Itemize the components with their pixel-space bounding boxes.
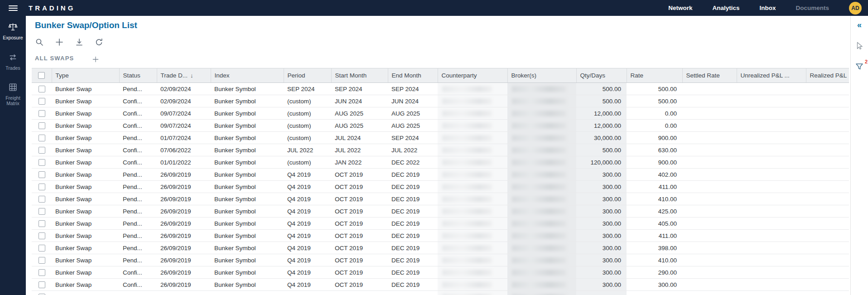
- row-checkbox[interactable]: [39, 196, 45, 203]
- column-header-type[interactable]: Type: [52, 68, 119, 83]
- cell-end_month: DEC 2019: [388, 291, 438, 295]
- download-button[interactable]: [74, 37, 85, 48]
- add-button[interactable]: [54, 37, 65, 48]
- sidebar-item-exposure[interactable]: Exposure: [0, 22, 26, 41]
- nav-inbox[interactable]: Inbox: [759, 5, 776, 11]
- select-all-checkbox[interactable]: [38, 72, 45, 79]
- cell-period: (custom): [284, 107, 331, 120]
- cell-end_month: DEC 2022: [388, 156, 438, 169]
- add-tab-button[interactable]: [92, 56, 99, 63]
- row-checkbox[interactable]: [39, 98, 45, 105]
- row-checkbox[interactable]: [39, 135, 45, 141]
- cell-realized_pl: [806, 242, 849, 254]
- table-row[interactable]: Bunker SwapPend...26/09/2019Bunker Symbo…: [32, 205, 849, 218]
- table-row[interactable]: Bunker SwapPend...26/09/2019Bunker Symbo…: [32, 181, 849, 193]
- nav-network[interactable]: Network: [668, 5, 692, 11]
- column-header-start_month[interactable]: Start Month: [331, 68, 388, 83]
- column-header-status[interactable]: Status: [119, 68, 157, 83]
- row-select-cell: [32, 156, 52, 169]
- refresh-button[interactable]: [94, 37, 105, 48]
- row-checkbox[interactable]: [39, 171, 45, 178]
- row-checkbox[interactable]: [39, 110, 45, 117]
- cell-settled_rate: [682, 193, 737, 205]
- row-checkbox[interactable]: [39, 86, 45, 92]
- cell-index: Bunker Symbol: [211, 107, 284, 120]
- search-icon: [35, 38, 44, 47]
- sidebar-item-freight-matrix[interactable]: Freight Matrix: [0, 82, 26, 106]
- cell-settled_rate: [682, 279, 737, 291]
- column-header-rate[interactable]: Rate: [627, 68, 682, 83]
- column-header-unrealized_pl[interactable]: Unrealized P&L ...: [737, 68, 806, 83]
- table-row[interactable]: Bunker SwapConfi...09/07/2024Bunker Symb…: [32, 107, 849, 120]
- table-row[interactable]: Bunker SwapConfi...09/07/2024Bunker Symb…: [32, 120, 849, 132]
- table-row[interactable]: Bunker SwapPend...26/09/2019Bunker Symbo…: [32, 193, 849, 205]
- table-row[interactable]: Bunker SwapConfi...26/09/2019Bunker Symb…: [32, 266, 849, 279]
- row-checkbox[interactable]: [39, 147, 45, 154]
- sidebar-item-label: Freight Matrix: [0, 96, 26, 106]
- row-checkbox[interactable]: [39, 122, 45, 129]
- cell-qty: 500.00: [576, 95, 627, 107]
- table-row[interactable]: Bunker SwapConfi...02/09/2024Bunker Symb…: [32, 95, 849, 107]
- tab-all-swaps[interactable]: ALL SWAPS: [35, 55, 74, 63]
- table-row[interactable]: Bunker SwapConfi...07/06/2022Bunker Symb…: [32, 144, 849, 156]
- cell-realized_pl: [806, 95, 849, 107]
- cell-rate: 500.00: [627, 95, 682, 107]
- user-avatar[interactable]: AD: [849, 2, 862, 15]
- row-checkbox[interactable]: [39, 269, 45, 276]
- cell-unrealized_pl: [737, 181, 806, 193]
- table-row[interactable]: Bunker SwapConfi...01/01/2022Bunker Symb…: [32, 156, 849, 169]
- table-row[interactable]: Bunker SwapPend...26/09/2019Bunker Symbo…: [32, 254, 849, 266]
- menu-button[interactable]: [0, 4, 26, 12]
- cell-trade_date: 26/09/2019: [157, 279, 211, 291]
- cell-brokers: [507, 156, 576, 169]
- pointer-tool-button[interactable]: [854, 40, 865, 51]
- cell-unrealized_pl: [737, 205, 806, 218]
- column-header-counterparty[interactable]: Counterparty: [438, 68, 507, 83]
- row-checkbox[interactable]: [39, 257, 45, 264]
- search-button[interactable]: [34, 37, 45, 48]
- cell-unrealized_pl: [737, 120, 806, 132]
- swaps-table-container: TypeStatusTrade D...↓IndexPeriodStart Mo…: [32, 68, 850, 295]
- table-row[interactable]: Bunker SwapPend...26/09/2019Bunker Symbo…: [32, 230, 849, 242]
- nav-documents[interactable]: Documents: [796, 5, 829, 11]
- row-checkbox[interactable]: [39, 159, 45, 166]
- cell-trade_date: 26/09/2019: [157, 230, 211, 242]
- collapse-panel-button[interactable]: «: [854, 19, 865, 30]
- column-header-brokers[interactable]: Broker(s): [507, 68, 576, 83]
- column-header-qty[interactable]: Qty/Days: [576, 68, 627, 83]
- cell-index: Bunker Symbol: [211, 156, 284, 169]
- column-header-trade_date[interactable]: Trade D...↓: [157, 68, 211, 83]
- cell-settled_rate: [682, 95, 737, 107]
- cell-settled_rate: [682, 120, 737, 132]
- table-row[interactable]: Bunker SwapConfi...26/09/2019Bunker Symb…: [32, 279, 849, 291]
- cell-type: Bunker Swap: [52, 83, 119, 95]
- table-row[interactable]: Bunker SwapPend...02/09/2024Bunker Symbo…: [32, 83, 849, 95]
- table-row[interactable]: Bunker SwapConfi...26/09/2019Bunker Symb…: [32, 291, 849, 295]
- row-checkbox[interactable]: [39, 184, 45, 190]
- row-checkbox[interactable]: [39, 281, 45, 288]
- row-checkbox[interactable]: [39, 208, 45, 215]
- column-header-period[interactable]: Period: [284, 68, 331, 83]
- table-row[interactable]: Bunker SwapPend...26/09/2019Bunker Symbo…: [32, 169, 849, 181]
- column-header-end_month[interactable]: End Month: [388, 68, 438, 83]
- row-checkbox[interactable]: [39, 220, 45, 227]
- table-row[interactable]: Bunker SwapPend...01/07/2024Bunker Symbo…: [32, 132, 849, 144]
- table-row[interactable]: Bunker SwapPend...26/09/2019Bunker Symbo…: [32, 218, 849, 230]
- redacted-brokers-value: [512, 233, 566, 239]
- cell-period: Q4 2019: [284, 230, 331, 242]
- column-header-index[interactable]: Index: [211, 68, 284, 83]
- cell-trade_date: 09/07/2024: [157, 120, 211, 132]
- nav-analytics[interactable]: Analytics: [712, 5, 739, 11]
- cell-settled_rate: [682, 230, 737, 242]
- column-header-settled_rate[interactable]: Settled Rate: [682, 68, 737, 83]
- cell-type: Bunker Swap: [52, 132, 119, 144]
- row-checkbox[interactable]: [39, 232, 45, 239]
- column-header-realized_pl[interactable]: Realized P&L: [806, 68, 849, 83]
- sidebar-item-trades[interactable]: Trades: [0, 53, 26, 71]
- cell-counterparty: [438, 205, 507, 218]
- row-checkbox[interactable]: [39, 245, 45, 251]
- table-row[interactable]: Bunker SwapPend...26/09/2019Bunker Symbo…: [32, 242, 849, 254]
- redacted-counterparty-value: [442, 270, 492, 276]
- cell-type: Bunker Swap: [52, 156, 119, 169]
- filter-button[interactable]: 2: [854, 61, 865, 72]
